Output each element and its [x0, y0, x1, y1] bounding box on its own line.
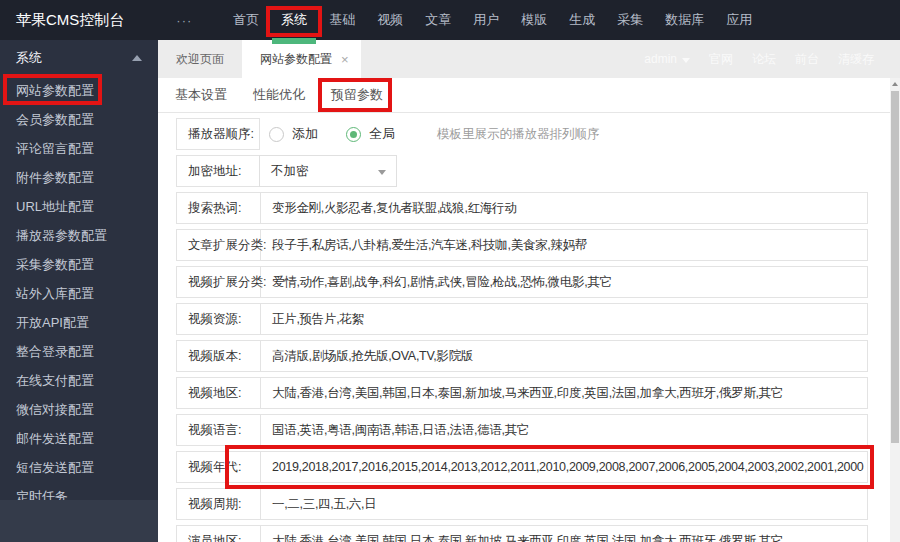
top-navigation: 首页系统基础视频文章用户模版生成采集数据库应用 [222, 0, 763, 40]
nav-item-template[interactable]: 模版 [510, 0, 558, 40]
field-group-video-languages: 视频语言:国语,英语,粤语,闽南语,韩语,日语,法语,德语,其它 [176, 414, 868, 446]
header-link-0[interactable]: 官网 [709, 51, 733, 68]
caret-down-icon [682, 58, 690, 63]
sidebar-item-online-payment[interactable]: 在线支付配置 [0, 366, 158, 395]
scrollbar-thumb[interactable] [891, 91, 899, 443]
field-input-video-areas[interactable]: 大陆,香港,台湾,美国,韩国,日本,泰国,新加坡,马来西亚,印度,英国,法国,加… [261, 378, 867, 408]
user-menu-admin[interactable]: admin [644, 52, 690, 66]
close-icon[interactable]: × [341, 52, 349, 67]
field-label: 视频地区: [177, 378, 261, 408]
form-row-video-resources: 视频资源:正片,预告片,花絮 [176, 303, 868, 335]
sidebar-item-external-import[interactable]: 站外入库配置 [0, 279, 158, 308]
field-group-hot-search-words: 搜索热词:变形金刚,火影忍者,复仇者联盟,战狼,红海行动 [176, 192, 868, 224]
sidebar-item-url-params[interactable]: URL地址配置 [0, 192, 158, 221]
sidebar-item-wechat[interactable]: 微信对接配置 [0, 395, 158, 424]
radio-checked-icon [346, 127, 361, 142]
field-input-video-versions[interactable]: 高清版,剧场版,抢先版,OVA,TV,影院版 [261, 341, 867, 371]
header-link-3[interactable]: 清缓存 [838, 51, 874, 68]
params-form: 播放器顺序:添加全局模板里展示的播放器排列顺序加密地址:不加密搜索热词:变形金刚… [158, 113, 900, 542]
field-label: 视频年代: [177, 452, 261, 482]
annotation-box [318, 78, 392, 112]
field-input-video-resources[interactable]: 正片,预告片,花絮 [261, 304, 867, 334]
field-input-video-ext-categories[interactable]: 爱情,动作,喜剧,战争,科幻,剧情,武侠,冒险,枪战,恐怖,微电影,其它 [261, 267, 867, 297]
sidebar-menu: 网站参数配置会员参数配置评论留言配置附件参数配置URL地址配置播放器参数配置采集… [0, 76, 158, 511]
sidebar-item-collect-params[interactable]: 采集参数配置 [0, 250, 158, 279]
field-input-video-weekdays[interactable]: 一,二,三,四,五,六,日 [261, 489, 867, 519]
header-link-2[interactable]: 前台 [795, 51, 819, 68]
form-row-video-years: 视频年代:2019,2018,2017,2016,2015,2014,2013,… [176, 451, 868, 483]
sidebar-item-attachment-params[interactable]: 附件参数配置 [0, 163, 158, 192]
form-row-video-ext-categories: 视频扩展分类:爱情,动作,喜剧,战争,科幻,剧情,武侠,冒险,枪战,恐怖,微电影… [176, 266, 868, 298]
nav-item-database[interactable]: 数据库 [654, 0, 715, 40]
field-input-article-ext-categories[interactable]: 段子手,私房话,八卦精,爱生活,汽车迷,科技咖,美食家,辣妈帮 [261, 230, 867, 260]
nav-item-app[interactable]: 应用 [715, 0, 763, 40]
subtab-reserved-params[interactable]: 预留参数 [331, 86, 383, 104]
field-label: 演员地区: [177, 526, 261, 542]
sidebar-item-sms-send[interactable]: 短信发送配置 [0, 453, 158, 482]
annotation-box [3, 74, 102, 105]
annotation-box [266, 6, 322, 37]
nav-item-home[interactable]: 首页 [222, 0, 270, 40]
scrollbar[interactable] [890, 78, 900, 542]
more-menu-icon[interactable]: ··· [176, 13, 192, 28]
open-tabs: 欢迎页面网站参数配置× [158, 40, 361, 78]
field-hint: 模板里展示的播放器排列顺序 [437, 126, 600, 143]
field-label: 播放器顺序: [176, 118, 260, 150]
sidebar-item-open-api[interactable]: 开放API配置 [0, 308, 158, 337]
field-group-video-resources: 视频资源:正片,预告片,花絮 [176, 303, 868, 335]
sidebar-item-comment-params[interactable]: 评论留言配置 [0, 134, 158, 163]
nav-item-collect[interactable]: 采集 [606, 0, 654, 40]
topbar: 苹果CMS控制台 ··· 首页系统基础视频文章用户模版生成采集数据库应用 [0, 0, 900, 40]
sidebar-item-member-params[interactable]: 会员参数配置 [0, 105, 158, 134]
subtab-basic-settings[interactable]: 基本设置 [175, 86, 227, 104]
nav-item-basic[interactable]: 基础 [318, 0, 366, 40]
field-input-actor-areas[interactable]: 大陆,香港,台湾,美国,韩国,日本,泰国,新加坡,马来西亚,印度,英国,法国,加… [261, 526, 867, 542]
field-group-video-years: 视频年代:2019,2018,2017,2016,2015,2014,2013,… [176, 451, 868, 483]
sidebar-group-system[interactable]: 系统 [0, 40, 158, 76]
nav-item-user[interactable]: 用户 [462, 0, 510, 40]
nav-item-article[interactable]: 文章 [414, 0, 462, 40]
scroll-up-button[interactable] [890, 78, 900, 90]
form-row-hot-search-words: 搜索热词:变形金刚,火影忍者,复仇者联盟,战狼,红海行动 [176, 192, 868, 224]
sidebar-item-site-params[interactable]: 网站参数配置 [0, 76, 158, 105]
form-row-video-versions: 视频版本:高清版,剧场版,抢先版,OVA,TV,影院版 [176, 340, 868, 372]
field-input-video-years[interactable]: 2019,2018,2017,2016,2015,2014,2013,2012,… [261, 452, 867, 482]
sidebar-item-email-send[interactable]: 邮件发送配置 [0, 424, 158, 453]
header-user-links: admin官网论坛前台清缓存 [644, 40, 874, 78]
nav-item-system[interactable]: 系统 [270, 0, 318, 40]
settings-subtabs: 基本设置性能优化预留参数 [158, 78, 900, 113]
caret-up-icon[interactable] [132, 55, 142, 61]
app-title: 苹果CMS控制台 [16, 11, 124, 30]
form-row-article-ext-categories: 文章扩展分类:段子手,私房话,八卦精,爱生活,汽车迷,科技咖,美食家,辣妈帮 [176, 229, 868, 261]
field-input-hot-search-words[interactable]: 变形金刚,火影忍者,复仇者联盟,战狼,红海行动 [261, 193, 867, 223]
header-link-1[interactable]: 论坛 [752, 51, 776, 68]
field-label: 文章扩展分类: [177, 230, 261, 260]
field-group-video-versions: 视频版本:高清版,剧场版,抢先版,OVA,TV,影院版 [176, 340, 868, 372]
radio-unchecked-icon [269, 127, 284, 142]
form-row-video-areas: 视频地区:大陆,香港,台湾,美国,韩国,日本,泰国,新加坡,马来西亚,印度,英国… [176, 377, 868, 409]
sidebar-item-integrated-login[interactable]: 整合登录配置 [0, 337, 158, 366]
select-encrypt-url[interactable]: 不加密 [259, 155, 397, 187]
radio-option-添加[interactable]: 添加 [269, 125, 318, 143]
field-label: 加密地址: [176, 155, 260, 187]
tab-welcome[interactable]: 欢迎页面 [158, 40, 242, 78]
field-input-video-languages[interactable]: 国语,英语,粤语,闽南语,韩语,日语,法语,德语,其它 [261, 415, 867, 445]
tab-bar: 欢迎页面网站参数配置× admin官网论坛前台清缓存 [158, 40, 900, 78]
form-row-encrypt-url: 加密地址:不加密 [176, 155, 868, 187]
field-label: 视频周期: [177, 489, 261, 519]
form-row-actor-areas: 演员地区:大陆,香港,台湾,美国,韩国,日本,泰国,新加坡,马来西亚,印度,英国… [176, 525, 868, 542]
nav-item-generate[interactable]: 生成 [558, 0, 606, 40]
sidebar-group-label: 系统 [16, 49, 42, 67]
nav-item-video[interactable]: 视频 [366, 0, 414, 40]
active-nav-underline [272, 38, 316, 44]
sidebar-item-player-params[interactable]: 播放器参数配置 [0, 221, 158, 250]
subtab-performance[interactable]: 性能优化 [253, 86, 305, 104]
radio-group-player-order: 添加全局 [269, 118, 395, 150]
tab-site-params[interactable]: 网站参数配置× [242, 40, 361, 78]
field-group-video-weekdays: 视频周期:一,二,三,四,五,六,日 [176, 488, 868, 520]
field-group-article-ext-categories: 文章扩展分类:段子手,私房话,八卦精,爱生活,汽车迷,科技咖,美食家,辣妈帮 [176, 229, 868, 261]
radio-dot [350, 131, 357, 138]
radio-option-全局[interactable]: 全局 [346, 125, 395, 143]
form-row-player-order: 播放器顺序:添加全局模板里展示的播放器排列顺序 [176, 118, 868, 150]
field-label: 视频语言: [177, 415, 261, 445]
